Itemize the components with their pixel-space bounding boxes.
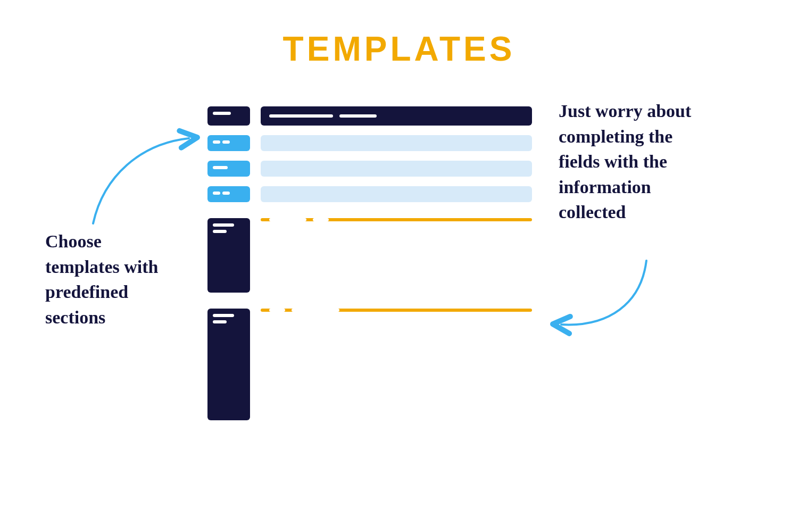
arrow-right-icon (551, 255, 657, 340)
template-chip-header (207, 106, 250, 126)
template-chip-field (207, 135, 250, 151)
template-header-bar (261, 106, 532, 126)
diagram-section-group (207, 309, 532, 420)
template-section-sidebar (207, 309, 250, 420)
template-chip-field (207, 186, 250, 202)
template-diagram (207, 106, 532, 420)
page-title: TEMPLATES (0, 29, 798, 69)
diagram-header-row (207, 106, 532, 126)
caption-choose-templates: Choose templates with predefined section… (45, 229, 178, 330)
arrow-left-icon (82, 128, 200, 229)
template-field-bar (261, 186, 532, 202)
diagram-field-row (207, 186, 532, 202)
diagram-field-row (207, 135, 532, 151)
templates-infographic: TEMPLATES Choose templates with predefin… (0, 0, 798, 532)
template-section-header (261, 218, 532, 221)
template-section-rows (261, 218, 532, 240)
caption-complete-fields: Just worry about completing the fields w… (559, 98, 708, 225)
template-section-sidebar (207, 218, 250, 293)
template-section-header (261, 309, 532, 312)
template-section-rows (261, 309, 532, 340)
diagram-field-row (207, 161, 532, 177)
template-chip-field (207, 161, 250, 177)
template-field-bar (261, 135, 532, 151)
diagram-section-group (207, 218, 532, 293)
template-field-bar (261, 161, 532, 177)
